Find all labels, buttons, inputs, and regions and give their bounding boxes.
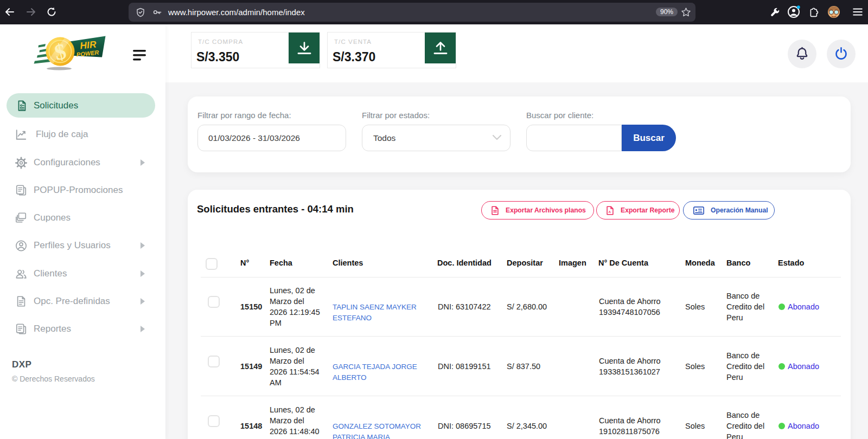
svg-text:A: A [608,210,611,214]
